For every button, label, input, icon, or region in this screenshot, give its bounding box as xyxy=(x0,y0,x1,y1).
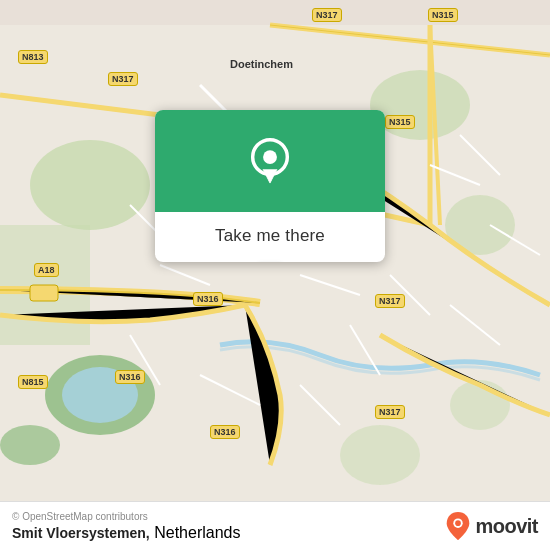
svg-point-6 xyxy=(340,425,420,485)
road-label-N316-bot: N316 xyxy=(115,370,145,384)
location-country: Netherlands xyxy=(154,524,240,541)
svg-point-2 xyxy=(370,70,470,140)
location-name: Smit Vloersystemen, xyxy=(12,525,150,541)
location-info: Smit Vloersystemen, Netherlands xyxy=(12,524,240,542)
bottom-left-info: © OpenStreetMap contributors Smit Vloers… xyxy=(12,511,240,542)
road-label-N317-top: N317 xyxy=(312,8,342,22)
popup-button-area[interactable]: Take me there xyxy=(155,212,385,262)
copyright-text: © OpenStreetMap contributors xyxy=(12,511,240,522)
moovit-logo: moovit xyxy=(444,510,538,542)
svg-point-50 xyxy=(456,520,462,526)
road-label-N315-top: N315 xyxy=(428,8,458,22)
road-label-N315-mid: N315 xyxy=(385,115,415,129)
moovit-text: moovit xyxy=(475,515,538,538)
road-label-N317-bot: N317 xyxy=(375,405,405,419)
map-roads-svg xyxy=(0,0,550,550)
road-label-N815: N815 xyxy=(18,375,48,389)
location-pin-icon xyxy=(244,138,296,190)
svg-rect-46 xyxy=(30,285,58,301)
road-label-N317-left: N317 xyxy=(108,72,138,86)
svg-point-48 xyxy=(263,150,277,164)
popup-green-area xyxy=(155,110,385,212)
svg-point-1 xyxy=(30,140,150,230)
road-label-N316-mid: N316 xyxy=(193,292,223,306)
city-label-doetinchem: Doetinchem xyxy=(230,58,293,70)
road-label-N317-mid: N317 xyxy=(375,294,405,308)
moovit-pin-icon xyxy=(444,510,472,542)
take-me-there-button[interactable]: Take me there xyxy=(215,226,325,246)
road-label-N813: N813 xyxy=(18,50,48,64)
svg-point-8 xyxy=(0,425,60,465)
map-container: N317 N315 N813 N317 N315 N315 A18 N316 N… xyxy=(0,0,550,550)
popup-card: Take me there xyxy=(155,110,385,262)
road-label-A18: A18 xyxy=(34,263,59,277)
bottom-bar: © OpenStreetMap contributors Smit Vloers… xyxy=(0,501,550,550)
road-label-N316-bot2: N316 xyxy=(210,425,240,439)
